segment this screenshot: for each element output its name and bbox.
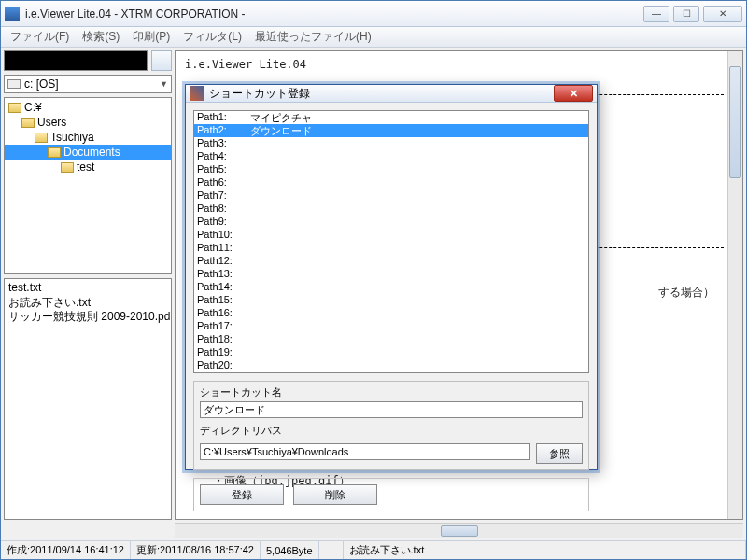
drive-combo[interactable]: c: [OS] ▼ [4, 75, 172, 93]
folder-icon [8, 103, 21, 113]
menu-recent[interactable]: 最近使ったファイル(H) [249, 27, 377, 47]
browse-button[interactable]: 参照 [536, 443, 583, 464]
scrollbar-thumb[interactable] [729, 66, 741, 178]
shortcut-row[interactable]: Path2:ダウンロード [194, 124, 588, 137]
shortcut-row[interactable]: Path9: [194, 216, 588, 229]
file-item[interactable]: お読み下さい.txt [8, 295, 167, 309]
window-title: i.e.Viewer Lite.04 - XTRM CORPORATION - [25, 7, 643, 21]
dialog-close-button[interactable]: ✕ [554, 85, 593, 102]
status-filename: お読み下さい.txt [344, 541, 746, 559]
shortcut-row[interactable]: Path16: [194, 307, 588, 320]
dialog-title: ショートカット登録 [209, 86, 554, 102]
dialog-icon [190, 86, 204, 101]
shortcut-row[interactable]: Path5: [194, 163, 588, 176]
status-created: 作成:2011/09/14 16:41:12 [1, 541, 131, 559]
shortcut-row[interactable]: Path12: [194, 255, 588, 268]
shortcut-row[interactable]: Path7: [194, 189, 588, 203]
close-button[interactable]: ✕ [703, 6, 742, 22]
shortcut-list[interactable]: Path1:マイピクチャPath2:ダウンロードPath3:Path4:Path… [193, 110, 589, 373]
status-size: 5,046Byte [261, 541, 319, 559]
shortcut-row[interactable]: Path15: [194, 294, 588, 307]
menu-file[interactable]: ファイル(F) [5, 27, 75, 47]
shortcut-row[interactable]: Path14: [194, 281, 588, 294]
maximize-button[interactable]: ☐ [673, 6, 699, 22]
folder-icon [21, 118, 35, 128]
shortcut-row[interactable]: Path8: [194, 203, 588, 216]
chevron-down-icon: ▼ [160, 79, 168, 89]
register-button[interactable]: 登録 [200, 484, 284, 505]
menu-print[interactable]: 印刷(P) [127, 27, 176, 47]
delete-button[interactable]: 削除 [293, 484, 377, 505]
shortcut-row[interactable]: Path19: [194, 346, 588, 359]
tree-item[interactable]: test [5, 160, 171, 175]
shortcut-row[interactable]: Path13: [194, 268, 588, 281]
dialog-actions: 登録 削除 [193, 478, 589, 511]
scrollbar-thumb[interactable] [441, 525, 478, 537]
tree-item[interactable]: Tsuchiya [5, 130, 171, 145]
path-label: ディレクトリパス [200, 424, 583, 438]
dialog-input-group: ショートカット名 ディレクトリパス 参照 [193, 381, 589, 470]
shortcut-row[interactable]: Path4: [194, 150, 588, 163]
shortcut-row[interactable]: Path11: [194, 242, 588, 255]
shortcut-row[interactable]: Path18: [194, 333, 588, 346]
viewer-heading: i.e.Viewer Lite.04 [185, 57, 724, 73]
statusbar: 作成:2011/09/14 16:41:12 更新:2011/08/16 18:… [1, 540, 746, 559]
shortcut-row[interactable]: Path17: [194, 320, 588, 333]
folder-tree[interactable]: C:¥UsersTsuchiyaDocumentstest [4, 97, 172, 274]
titlebar: i.e.Viewer Lite.04 - XTRM CORPORATION - … [1, 1, 746, 27]
menubar: ファイル(F) 検索(S) 印刷(P) フィルタ(L) 最近使ったファイル(H) [1, 27, 746, 48]
folder-icon [48, 147, 61, 158]
file-item[interactable]: test.txt [8, 281, 167, 295]
menu-search[interactable]: 検索(S) [77, 27, 125, 47]
path-strip[interactable] [4, 50, 148, 71]
shortcut-row[interactable]: Path20: [194, 359, 588, 372]
horizontal-scrollbar[interactable] [175, 523, 743, 538]
sidebar: c: [OS] ▼ C:¥UsersTsuchiyaDocumentstest … [4, 50, 172, 520]
shortcut-row[interactable]: Path1:マイピクチャ [194, 111, 588, 124]
dialog-titlebar: ショートカット登録 ✕ [186, 85, 597, 103]
file-item[interactable]: サッカー競技規則 2009-2010.pd [8, 309, 167, 323]
directory-path-input[interactable] [200, 443, 530, 460]
path-button[interactable] [151, 50, 172, 71]
shortcut-row[interactable]: Path6: [194, 176, 588, 189]
shortcut-row[interactable]: Path10: [194, 229, 588, 242]
drive-icon [7, 79, 21, 89]
shortcut-name-input[interactable] [200, 401, 583, 418]
shortcut-row[interactable]: Path3: [194, 137, 588, 150]
shortcut-dialog: ショートカット登録 ✕ Path1:マイピクチャPath2:ダウンロードPath… [185, 84, 598, 470]
tree-item[interactable]: C:¥ [5, 100, 171, 115]
tree-item[interactable]: Documents [5, 145, 171, 160]
name-label: ショートカット名 [200, 385, 583, 399]
app-icon [5, 7, 20, 21]
minimize-button[interactable]: — [643, 6, 669, 22]
folder-icon [35, 133, 48, 143]
status-updated: 更新:2011/08/16 18:57:42 [131, 541, 261, 559]
drive-label: c: [OS] [24, 77, 59, 91]
folder-icon [61, 162, 74, 173]
vertical-scrollbar[interactable] [727, 51, 742, 519]
menu-filter[interactable]: フィルタ(L) [177, 27, 247, 47]
file-list[interactable]: test.txtお読み下さい.txtサッカー競技規則 2009-2010.pd [4, 278, 172, 520]
tree-item[interactable]: Users [5, 115, 171, 130]
